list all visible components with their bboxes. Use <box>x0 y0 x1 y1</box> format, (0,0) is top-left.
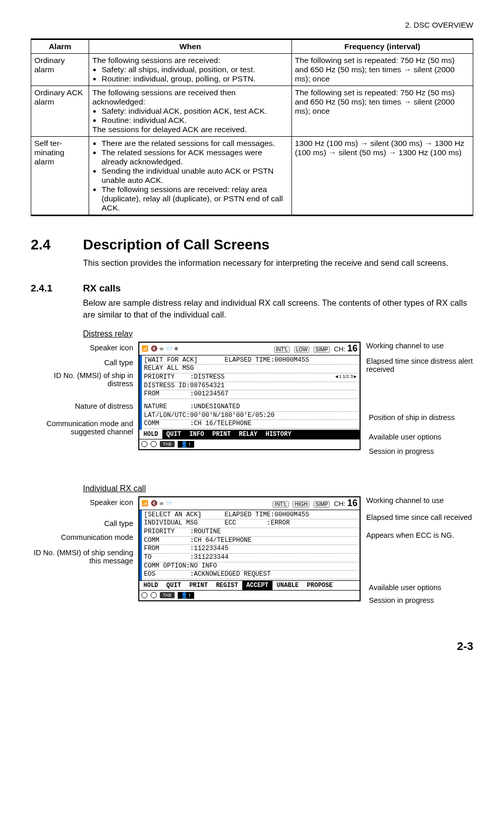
screen-content: [WAIT FOR ACK] ELAPSED TIME:00H00M45S RE… <box>139 355 360 430</box>
screen-content: [SELECT AN ACK] ELAPSED TIME:00H00M45S I… <box>139 510 360 580</box>
annot-opts: Available user options <box>369 433 487 442</box>
subsection-title: RX calls <box>83 283 121 294</box>
bullet: Safety: individual ACK, position ACK, te… <box>101 107 288 116</box>
line: FROM :001234567 <box>144 390 358 399</box>
annot-pos: Position of ship in distress <box>369 413 487 422</box>
mail-open-icon: 📨 <box>165 500 173 507</box>
annot-speaker: Speaker icon <box>31 344 133 352</box>
line: COMM OPTION:NO INFO <box>144 562 358 571</box>
section-title: Description of Call Screens <box>83 237 269 253</box>
screen-device: 📶 🔇 ✉ 📨 INT'L HIGH SIMP CH: 16 [SELECT A… <box>138 496 361 601</box>
cell-alarm: Self ter-minating alarm <box>31 137 89 216</box>
cell-alarm: Ordinary ACK alarm <box>31 86 89 137</box>
line: COMM :CH 64/TELEPHONE <box>144 537 358 545</box>
annot-nature: Nature of distress <box>31 402 133 411</box>
badge: INT'L <box>272 501 289 508</box>
subsection-intro: Below are sample distress relay and indi… <box>83 297 473 320</box>
fan-icon: ✻ <box>175 345 178 352</box>
mail-icon: ✉ <box>160 345 163 352</box>
option-button[interactable]: RELAY <box>235 430 261 439</box>
annot-speaker: Speaker icon <box>31 498 133 507</box>
figure-caption: Individual RX call <box>83 484 473 493</box>
option-button[interactable]: HOLD <box>139 581 162 590</box>
when-intro: The following sessions are received then… <box>92 88 288 107</box>
th-freq: Frequency (interval) <box>291 39 473 54</box>
line: RELAY ALL MSG <box>144 365 358 373</box>
line: [WAIT FOR ACK] ELAPSED TIME:00H00M45S <box>144 356 358 365</box>
cell-freq: The following set is repeated: 750 Hz (5… <box>291 86 473 137</box>
bullet: There are the related sessions for call … <box>101 139 288 148</box>
option-button[interactable]: REGIST <box>212 581 242 590</box>
line: [SELECT AN ACK] ELAPSED TIME:00H00M45S <box>144 511 358 520</box>
mail-icon: ✉ <box>160 500 163 507</box>
cell-when: There are the related sessions for call … <box>89 137 291 216</box>
page-number: 2-3 <box>31 640 473 653</box>
mail-open-icon: 📨 <box>165 345 173 352</box>
session-icon: 👤! <box>178 592 195 599</box>
option-button[interactable]: HISTORY <box>261 430 295 439</box>
antenna-icon: 📶 <box>141 345 149 352</box>
option-button[interactable]: UNABLE <box>272 581 303 590</box>
cell-when: The following sessions are received: Saf… <box>89 54 291 86</box>
annot-id: ID No. (MMSI) of ship sending this messa… <box>31 549 133 565</box>
when-intro: The following sessions are received: <box>92 56 288 65</box>
bullet: Sending the individual unable auto ACK o… <box>101 166 288 185</box>
channel-label: CH: 16 <box>334 500 358 508</box>
th-when: When <box>89 39 291 54</box>
annot-comm: Communication mode and suggested channel <box>31 419 133 436</box>
options-bar: HOLD QUIT INFO PRINT RELAY HISTORY <box>139 430 360 439</box>
bullet: Safety: all ships, individual, position,… <box>101 65 288 74</box>
knob-icon <box>151 592 157 598</box>
section-number: 2.4 <box>31 237 83 253</box>
annot-sess: Session in progress <box>369 596 487 605</box>
badge: LOW <box>294 346 310 353</box>
subsection-number: 2.4.1 <box>31 283 83 294</box>
alarm-table: Alarm When Frequency (interval) Ordinary… <box>31 38 473 216</box>
option-button[interactable]: QUIT <box>162 430 185 439</box>
line: TO :311223344 <box>144 554 358 562</box>
bullet: Routine: individual, group, polling, or … <box>101 74 288 83</box>
bullet: The related sessions for ACK messages we… <box>101 148 288 166</box>
option-button[interactable]: HOLD <box>139 430 162 439</box>
screen-footer: TAB 👤! <box>139 439 360 449</box>
annot-ecc: Appears when ECC is NG. <box>366 531 484 540</box>
annot-elapsed: Elapsed time since distress alert receiv… <box>366 357 484 374</box>
knob-icon <box>141 441 148 447</box>
option-button[interactable]: PROPOSE <box>303 581 337 590</box>
when-outro: The sessions for delayed ACK are receive… <box>92 125 288 134</box>
speaker-icon: 🔇 <box>151 345 158 352</box>
line: PRIORITY :ROUTINE <box>144 528 358 537</box>
figure-individual-rx: 📶 🔇 ✉ 📨 INT'L HIGH SIMP CH: 16 [SELECT A… <box>31 496 473 624</box>
tab-icon: TAB <box>160 592 175 598</box>
line <box>144 399 358 403</box>
line: NATURE :UNDESIGNATED <box>144 403 358 412</box>
figure-caption: Distress relay <box>83 329 473 339</box>
status-bar: 📶 🔇 ✉ 📨 INT'L HIGH SIMP CH: 16 <box>139 497 360 510</box>
line: FROM :112233445 <box>144 545 358 554</box>
option-button[interactable]: INFO <box>185 430 208 439</box>
line: PRIORITY :DISTRESS <box>144 373 358 382</box>
line: DISTRESS ID:987654321 <box>144 382 358 391</box>
option-button[interactable]: PRINT <box>208 430 235 439</box>
status-bar: 📶 🔇 ✉ 📨 ✻ INT'L LOW SIMP CH: 16 <box>139 343 360 355</box>
cell-when: The following sessions are received then… <box>89 86 291 137</box>
antenna-icon: 📶 <box>141 500 149 507</box>
annot-workch: Working channel to use <box>366 342 484 350</box>
figure-distress-relay: 📶 🔇 ✉ 📨 ✻ INT'L LOW SIMP CH: 16 [WAIT FO… <box>31 342 473 475</box>
cell-freq: The following set is repeated: 750 Hz (5… <box>291 54 473 86</box>
speaker-icon: 🔇 <box>151 500 158 507</box>
th-alarm: Alarm <box>31 39 89 54</box>
options-bar: HOLD QUIT PRINT REGIST ACCEPT UNABLE PRO… <box>139 580 360 590</box>
option-button[interactable]: QUIT <box>162 581 185 590</box>
annot-sess: Session in progress <box>369 447 487 456</box>
cell-freq: 1300 Hz (100 ms) → silent (300 ms) → 130… <box>291 137 473 216</box>
annot-calltype: Call type <box>31 519 133 528</box>
annot-opts: Available user options <box>369 583 487 592</box>
annot-comm: Communication mode <box>31 533 133 542</box>
option-button[interactable]: ACCEPT <box>242 581 272 590</box>
annot-workch: Working channel to use <box>366 496 484 505</box>
knob-icon <box>151 441 157 447</box>
screen-device: 📶 🔇 ✉ 📨 ✻ INT'L LOW SIMP CH: 16 [WAIT FO… <box>138 342 361 450</box>
option-button[interactable]: PRINT <box>185 581 212 590</box>
section-intro: This section provides the information ne… <box>83 257 473 268</box>
